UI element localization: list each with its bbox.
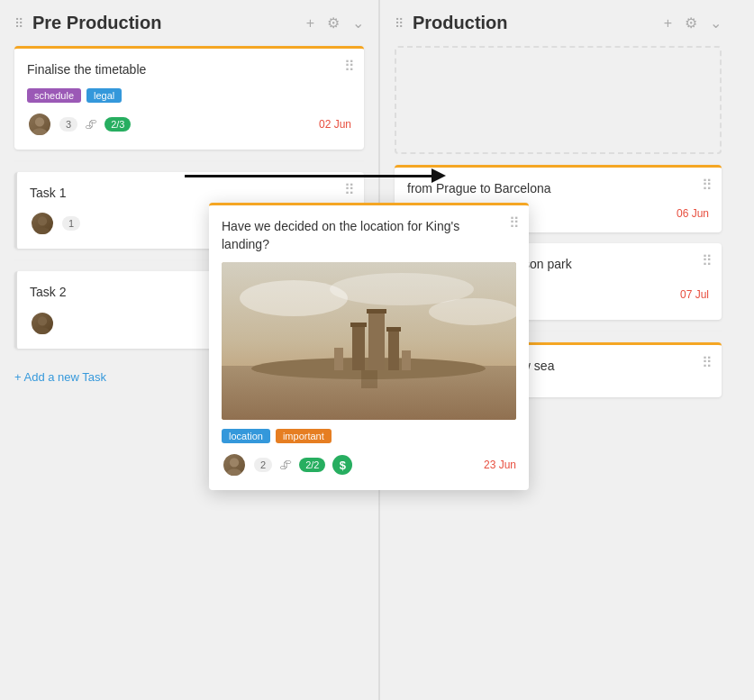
- floating-card[interactable]: Have we decided on the location for King…: [209, 203, 529, 490]
- card-footer: 3 🖇 2/3 02 Jun: [27, 112, 351, 137]
- card-tags: schedule legal: [27, 88, 351, 103]
- card-drag-handle[interactable]: [702, 252, 713, 269]
- arrow-head: [432, 168, 446, 183]
- drag-arrow: [185, 167, 446, 185]
- floating-card-footer: 2 🖇 2/2 $ 23 Jun: [222, 452, 516, 477]
- avatar: [222, 452, 247, 477]
- svg-point-25: [230, 458, 239, 467]
- svg-point-13: [429, 298, 516, 325]
- card-title: Task 1: [30, 185, 351, 203]
- column-collapse-button[interactable]: ⌄: [710, 14, 722, 32]
- svg-rect-19: [350, 323, 367, 327]
- column-settings-button[interactable]: ⚙: [327, 14, 340, 32]
- production-header: ⠿ Production + ⚙ ⌄: [380, 0, 736, 46]
- svg-point-0: [35, 117, 44, 126]
- card-title: Finalise the timetable: [27, 61, 351, 79]
- svg-point-11: [240, 280, 348, 316]
- add-card-button[interactable]: +: [306, 15, 314, 32]
- column-settings-button[interactable]: ⚙: [685, 14, 697, 32]
- arrow-line: [185, 175, 432, 177]
- pre-production-header: ⠿ Pre Production + ⚙ ⌄: [0, 0, 378, 46]
- due-date: 06 Jun: [677, 207, 709, 220]
- svg-point-5: [34, 327, 50, 336]
- due-date: 02 Jun: [319, 118, 351, 131]
- attachment-icon: 🖇: [85, 117, 97, 132]
- card-finalise-timetable[interactable]: Finalise the timetable schedule legal 3 …: [14, 46, 364, 150]
- card-footer-left: 2 🖇 2/2 $: [222, 452, 352, 477]
- checklist-badge: 2/2: [299, 458, 325, 472]
- comment-count: 1: [62, 216, 80, 231]
- svg-rect-22: [334, 348, 343, 370]
- svg-rect-21: [386, 327, 401, 332]
- tag-location: location: [222, 429, 270, 443]
- production-title: Production: [413, 13, 651, 33]
- card-footer-left: [30, 311, 55, 336]
- column-drag-handle[interactable]: ⠿: [14, 16, 23, 31]
- svg-point-2: [38, 216, 47, 225]
- pre-production-title: Pre Production: [32, 13, 294, 33]
- card-drag-handle[interactable]: [344, 58, 355, 75]
- empty-drop-zone: [395, 46, 722, 154]
- column-collapse-button[interactable]: ⌄: [352, 14, 364, 32]
- location-image: [222, 262, 516, 420]
- floating-card-title: Have we decided on the location for King…: [222, 218, 516, 253]
- svg-point-3: [34, 227, 50, 236]
- column-drag-handle[interactable]: ⠿: [395, 16, 404, 31]
- comment-count: 3: [59, 117, 77, 132]
- avatar: [27, 112, 52, 137]
- comment-count: 2: [254, 458, 272, 472]
- floating-card-tags: location important: [222, 429, 516, 443]
- tag-legal: legal: [86, 88, 122, 103]
- avatar: [30, 311, 55, 336]
- svg-rect-24: [361, 370, 377, 388]
- card-drag-handle[interactable]: [702, 354, 713, 371]
- card-title: from Prague to Barcelona: [407, 180, 709, 198]
- svg-rect-16: [352, 325, 365, 370]
- card-footer-left: 3 🖇 2/3: [27, 112, 131, 137]
- avatar: [30, 211, 55, 236]
- svg-point-1: [32, 128, 47, 137]
- svg-rect-20: [367, 309, 386, 314]
- dollar-badge: $: [332, 455, 352, 475]
- svg-rect-17: [368, 312, 385, 370]
- add-card-button[interactable]: +: [664, 15, 672, 32]
- due-date: 07 Jul: [680, 288, 709, 301]
- svg-rect-23: [402, 350, 411, 370]
- card-drag-handle[interactable]: [509, 214, 520, 232]
- svg-point-4: [38, 316, 47, 325]
- checklist-badge: 2/3: [104, 117, 131, 132]
- svg-point-26: [226, 468, 241, 477]
- card-divider: [14, 160, 364, 161]
- card-footer-left: 1: [30, 211, 80, 236]
- attachment-icon: 🖇: [279, 458, 292, 472]
- card-drag-handle[interactable]: [702, 177, 713, 194]
- svg-rect-18: [388, 330, 399, 370]
- due-date: 23 Jun: [484, 459, 516, 471]
- tag-schedule: schedule: [27, 88, 81, 103]
- tag-important: important: [276, 429, 332, 443]
